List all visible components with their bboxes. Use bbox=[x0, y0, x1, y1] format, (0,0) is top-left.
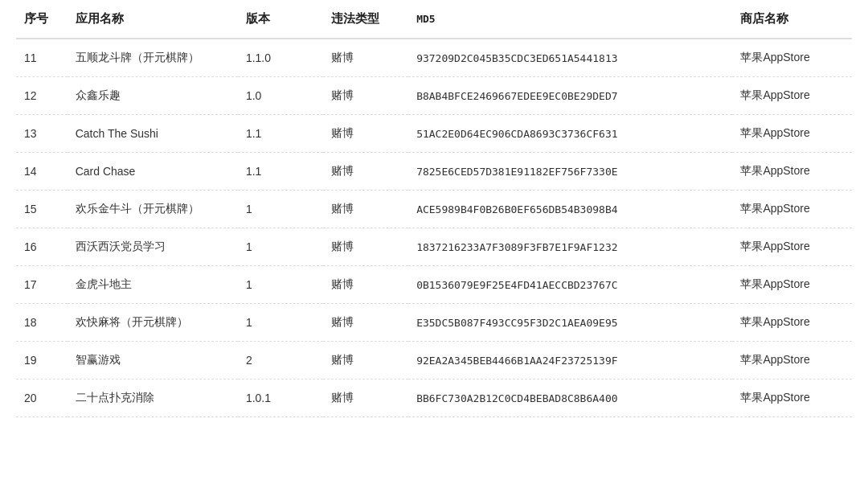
cell-seq: 16 bbox=[16, 228, 68, 266]
cell-type: 赌博 bbox=[323, 304, 408, 342]
cell-seq: 20 bbox=[16, 379, 68, 417]
cell-seq: 18 bbox=[16, 304, 68, 342]
cell-type: 赌博 bbox=[323, 77, 408, 115]
cell-type: 赌博 bbox=[323, 153, 408, 191]
cell-seq: 15 bbox=[16, 191, 68, 228]
cell-type: 赌博 bbox=[323, 228, 408, 266]
cell-md5: 92EA2A345BEB4466B1AA24F23725139F bbox=[408, 342, 732, 379]
cell-md5: ACE5989B4F0B26B0EF656DB54B3098B4 bbox=[408, 191, 732, 228]
cell-type: 赌博 bbox=[323, 191, 408, 228]
cell-name: 五顺龙斗牌（开元棋牌） bbox=[68, 39, 238, 77]
cell-name: 金虎斗地主 bbox=[68, 266, 238, 304]
header-md5: MD5 bbox=[408, 0, 732, 39]
cell-name: 西沃西沃党员学习 bbox=[68, 228, 238, 266]
cell-seq: 12 bbox=[16, 77, 68, 115]
cell-version: 1 bbox=[238, 228, 323, 266]
cell-version: 1.0 bbox=[238, 77, 323, 115]
cell-md5: 1837216233A7F3089F3FB7E1F9AF1232 bbox=[408, 228, 732, 266]
table-header-row: 序号 应用名称 版本 违法类型 MD5 商店名称 bbox=[16, 0, 852, 39]
cell-seq: 11 bbox=[16, 39, 68, 77]
cell-version: 2 bbox=[238, 342, 323, 379]
table-row: 14Card Chase1.1赌博7825E6CED57D381E91182EF… bbox=[16, 153, 852, 191]
cell-store: 苹果AppStore bbox=[732, 115, 852, 153]
cell-type: 赌博 bbox=[323, 266, 408, 304]
cell-name: 智赢游戏 bbox=[68, 342, 238, 379]
cell-md5: 0B1536079E9F25E4FD41AECCBD23767C bbox=[408, 266, 732, 304]
cell-name: 二十点扑克消除 bbox=[68, 379, 238, 417]
cell-store: 苹果AppStore bbox=[732, 153, 852, 191]
cell-md5: B8AB4BFCE2469667EDEE9EC0BE29DED7 bbox=[408, 77, 732, 115]
cell-seq: 17 bbox=[16, 266, 68, 304]
cell-name: Card Chase bbox=[68, 153, 238, 191]
table-row: 17金虎斗地主1赌博0B1536079E9F25E4FD41AECCBD2376… bbox=[16, 266, 852, 304]
header-store: 商店名称 bbox=[732, 0, 852, 39]
cell-version: 1 bbox=[238, 304, 323, 342]
header-version: 版本 bbox=[238, 0, 323, 39]
table-container: 序号 应用名称 版本 违法类型 MD5 商店名称 11五顺龙斗牌（开元棋牌）1.… bbox=[0, 0, 868, 417]
cell-type: 赌博 bbox=[323, 115, 408, 153]
cell-md5: 937209D2C045B35CDC3ED651A5441813 bbox=[408, 39, 732, 77]
cell-name: 欢快麻将（开元棋牌） bbox=[68, 304, 238, 342]
cell-store: 苹果AppStore bbox=[732, 379, 852, 417]
cell-store: 苹果AppStore bbox=[732, 77, 852, 115]
table-row: 11五顺龙斗牌（开元棋牌）1.1.0赌博937209D2C045B35CDC3E… bbox=[16, 39, 852, 77]
cell-store: 苹果AppStore bbox=[732, 191, 852, 228]
cell-store: 苹果AppStore bbox=[732, 228, 852, 266]
table-row: 12众鑫乐趣1.0赌博B8AB4BFCE2469667EDEE9EC0BE29D… bbox=[16, 77, 852, 115]
cell-name: Catch The Sushi bbox=[68, 115, 238, 153]
cell-version: 1.1.0 bbox=[238, 39, 323, 77]
cell-store: 苹果AppStore bbox=[732, 304, 852, 342]
cell-type: 赌博 bbox=[323, 379, 408, 417]
cell-seq: 13 bbox=[16, 115, 68, 153]
header-name: 应用名称 bbox=[68, 0, 238, 39]
table-row: 19智赢游戏2赌博92EA2A345BEB4466B1AA24F23725139… bbox=[16, 342, 852, 379]
cell-version: 1 bbox=[238, 191, 323, 228]
table-row: 20二十点扑克消除1.0.1赌博BB6FC730A2B12C0CD4BEBAD8… bbox=[16, 379, 852, 417]
cell-md5: BB6FC730A2B12C0CD4BEBAD8C8B6A400 bbox=[408, 379, 732, 417]
cell-name: 欢乐金牛斗（开元棋牌） bbox=[68, 191, 238, 228]
cell-version: 1.0.1 bbox=[238, 379, 323, 417]
header-type: 违法类型 bbox=[323, 0, 408, 39]
cell-version: 1 bbox=[238, 266, 323, 304]
cell-seq: 19 bbox=[16, 342, 68, 379]
data-table: 序号 应用名称 版本 违法类型 MD5 商店名称 11五顺龙斗牌（开元棋牌）1.… bbox=[16, 0, 852, 417]
cell-store: 苹果AppStore bbox=[732, 342, 852, 379]
table-row: 18欢快麻将（开元棋牌）1赌博E35DC5B087F493CC95F3D2C1A… bbox=[16, 304, 852, 342]
table-row: 16西沃西沃党员学习1赌博1837216233A7F3089F3FB7E1F9A… bbox=[16, 228, 852, 266]
table-row: 13Catch The Sushi1.1赌博51AC2E0D64EC906CDA… bbox=[16, 115, 852, 153]
cell-md5: 51AC2E0D64EC906CDA8693C3736CF631 bbox=[408, 115, 732, 153]
cell-version: 1.1 bbox=[238, 115, 323, 153]
cell-md5: 7825E6CED57D381E91182EF756F7330E bbox=[408, 153, 732, 191]
cell-md5: E35DC5B087F493CC95F3D2C1AEA09E95 bbox=[408, 304, 732, 342]
cell-type: 赌博 bbox=[323, 342, 408, 379]
cell-seq: 14 bbox=[16, 153, 68, 191]
cell-version: 1.1 bbox=[238, 153, 323, 191]
cell-store: 苹果AppStore bbox=[732, 39, 852, 77]
cell-type: 赌博 bbox=[323, 39, 408, 77]
table-row: 15欢乐金牛斗（开元棋牌）1赌博ACE5989B4F0B26B0EF656DB5… bbox=[16, 191, 852, 228]
cell-store: 苹果AppStore bbox=[732, 266, 852, 304]
header-seq: 序号 bbox=[16, 0, 68, 39]
cell-name: 众鑫乐趣 bbox=[68, 77, 238, 115]
